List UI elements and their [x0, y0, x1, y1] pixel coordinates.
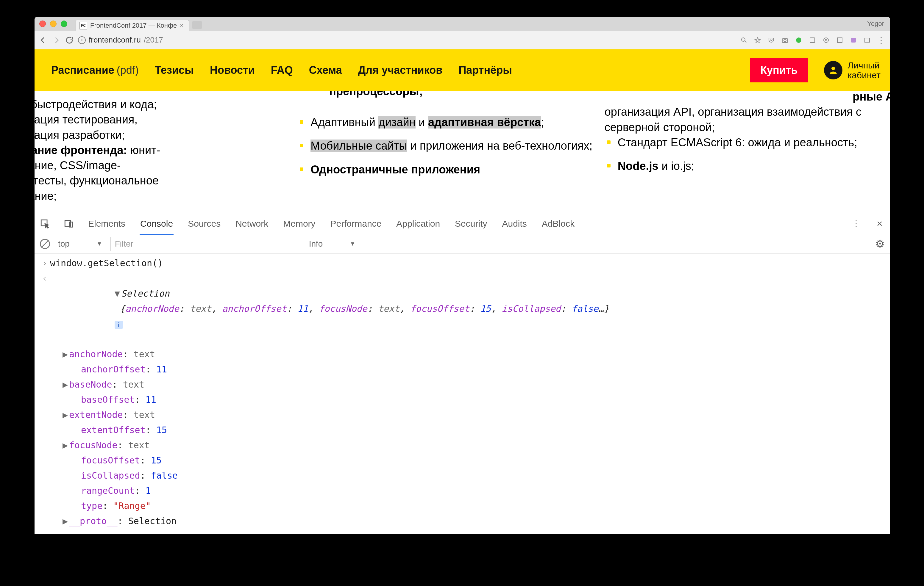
object-property-row[interactable]: ▶baseNode: text	[63, 377, 890, 392]
extension-1-icon[interactable]	[808, 36, 816, 44]
devtools-menu-icon[interactable]: ⋮	[852, 219, 861, 229]
url-path: /2017	[144, 35, 163, 44]
tab-elements[interactable]: Elements	[87, 213, 126, 234]
nav-partners[interactable]: Партнёры	[459, 64, 512, 76]
svg-point-3	[796, 38, 801, 43]
back-button[interactable]	[39, 36, 48, 44]
adblock-icon[interactable]	[795, 36, 802, 44]
devtools-tabs: Elements Console Sources Network Memory …	[35, 213, 890, 234]
filter-input[interactable]: Filter	[111, 237, 301, 251]
browser-window: FC FrontendConf 2017 — Конфе × Yegor fro…	[35, 16, 890, 534]
new-tab-button[interactable]	[192, 21, 202, 29]
nav-news[interactable]: Новости	[210, 64, 255, 76]
filter-placeholder: Filter	[115, 239, 134, 249]
minimize-window-button[interactable]	[50, 21, 56, 27]
clear-console-icon[interactable]	[40, 239, 50, 249]
close-window-button[interactable]	[39, 21, 46, 27]
object-property-row[interactable]: ▶anchorNode: text	[63, 347, 890, 362]
extension-3-icon[interactable]	[836, 36, 844, 44]
object-property-row: rangeCount: 1	[63, 483, 890, 498]
nav-theses[interactable]: Тезисы	[155, 64, 194, 76]
avatar-icon	[824, 61, 842, 79]
svg-point-10	[832, 67, 835, 70]
console-toolbar: top ▼ Filter Info ▼ ⚙	[35, 234, 890, 254]
object-property-row: type: "Range"	[63, 498, 890, 514]
content-col-1: ерка быстродействия и кода; матизация те…	[35, 97, 294, 212]
settings-gear-icon[interactable]: ⚙	[875, 238, 885, 250]
zoom-icon[interactable]	[740, 36, 748, 44]
tab-application[interactable]: Application	[396, 213, 441, 234]
tab-title: FrontendConf 2017 — Конфе	[90, 22, 177, 30]
object-property-row: anchorOffset: 11	[63, 362, 890, 377]
nav-scheme[interactable]: Схема	[309, 64, 342, 76]
disclosure-triangle-icon[interactable]: ▶	[63, 514, 69, 528]
list-item: Node.js и io.js;	[605, 158, 890, 174]
tab-network[interactable]: Network	[235, 213, 269, 234]
tab-memory[interactable]: Memory	[282, 213, 316, 234]
console-output[interactable]: › window.getSelection() ‹ ▼Selection {an…	[35, 254, 890, 534]
console-result-line[interactable]: ‹ ▼Selection {anchorNode: text, anchorOf…	[35, 271, 890, 347]
forward-button[interactable]	[52, 36, 61, 44]
tab-security[interactable]: Security	[454, 213, 488, 234]
col1-text: матизация разработки;	[35, 129, 125, 141]
highlighted-text: Мобильные сайты	[310, 140, 407, 152]
disclosure-triangle-icon[interactable]: ▶	[63, 407, 69, 422]
result-icon: ‹	[39, 271, 50, 347]
account-label: Личныйкабинет	[848, 60, 881, 80]
object-type: Selection	[121, 288, 170, 299]
loglevel-selector[interactable]: Info ▼	[306, 238, 358, 250]
info-badge-icon[interactable]: i	[115, 321, 123, 329]
inspect-icon[interactable]	[40, 219, 50, 229]
browser-tab[interactable]: FC FrontendConf 2017 — Конфе ×	[76, 20, 189, 31]
nav-participants[interactable]: Для участников	[358, 64, 443, 76]
page-viewport: препроцессоры; Расписание (pdf) Тезисы Н…	[35, 49, 890, 213]
favicon: FC	[79, 22, 87, 30]
devtools-close-icon[interactable]: ×	[874, 219, 885, 229]
extension-5-icon[interactable]	[863, 36, 871, 44]
object-property-row: focusOffset: 15	[63, 453, 890, 468]
extension-2-icon[interactable]	[822, 36, 830, 44]
proto-row[interactable]: ▶__proto__: Selection	[35, 514, 890, 528]
nav-schedule-label: Расписание	[51, 64, 114, 76]
object-property-row: isCollapsed: false	[63, 468, 890, 483]
device-toggle-icon[interactable]	[64, 219, 74, 229]
nav-schedule-pdf: (pdf)	[117, 64, 139, 76]
reload-button[interactable]	[65, 36, 74, 44]
disclosure-triangle-icon[interactable]: ▼	[115, 286, 121, 301]
highlighted-text: адаптивная вёрстка	[428, 116, 541, 128]
profile-name[interactable]: Yegor	[867, 20, 884, 28]
account-link[interactable]: Личныйкабинет	[824, 60, 881, 80]
toolbar: frontendconf.ru/2017 ⋮	[35, 31, 890, 49]
tab-adblock[interactable]: AdBlock	[541, 213, 575, 234]
address-bar[interactable]: frontendconf.ru/2017	[78, 35, 736, 44]
bookmark-star-icon[interactable]	[754, 36, 761, 44]
disclosure-triangle-icon[interactable]: ▶	[63, 438, 69, 453]
camera-icon[interactable]	[781, 36, 789, 44]
tab-performance[interactable]: Performance	[330, 213, 382, 234]
tab-audits[interactable]: Audits	[501, 213, 527, 234]
site-info-icon[interactable]	[78, 36, 86, 44]
object-property-row[interactable]: ▶extentNode: text	[63, 407, 890, 422]
object-property-row: baseOffset: 11	[63, 392, 890, 407]
loglevel-value: Info	[309, 239, 323, 249]
extension-4-icon[interactable]	[850, 36, 857, 44]
disclosure-triangle-icon[interactable]: ▶	[63, 347, 69, 362]
browser-menu-icon[interactable]: ⋮	[877, 35, 886, 45]
maximize-window-button[interactable]	[61, 21, 67, 27]
close-tab-icon[interactable]: ×	[180, 22, 183, 29]
buy-button[interactable]: Купить	[750, 58, 808, 82]
col1-heading: ирование фронтенда:	[35, 144, 127, 156]
nav-faq[interactable]: FAQ	[271, 64, 293, 76]
pocket-icon[interactable]	[767, 36, 775, 44]
object-tree: ▶anchorNode: textanchorOffset: 11▶baseNo…	[35, 347, 890, 514]
object-property-row: extentOffset: 15	[63, 422, 890, 438]
nav-schedule[interactable]: Расписание (pdf)	[51, 64, 139, 76]
svg-rect-7	[837, 38, 842, 43]
context-selector[interactable]: top ▼	[55, 238, 105, 250]
object-property-row[interactable]: ▶focusNode: text	[63, 438, 890, 453]
console-input-code: window.getSelection()	[50, 255, 885, 271]
tab-sources[interactable]: Sources	[187, 213, 221, 234]
disclosure-triangle-icon[interactable]: ▶	[63, 377, 69, 392]
list-item: ирование фронтенда: юнит- ирование, CSS/…	[35, 143, 290, 204]
tab-console[interactable]: Console	[140, 213, 173, 235]
